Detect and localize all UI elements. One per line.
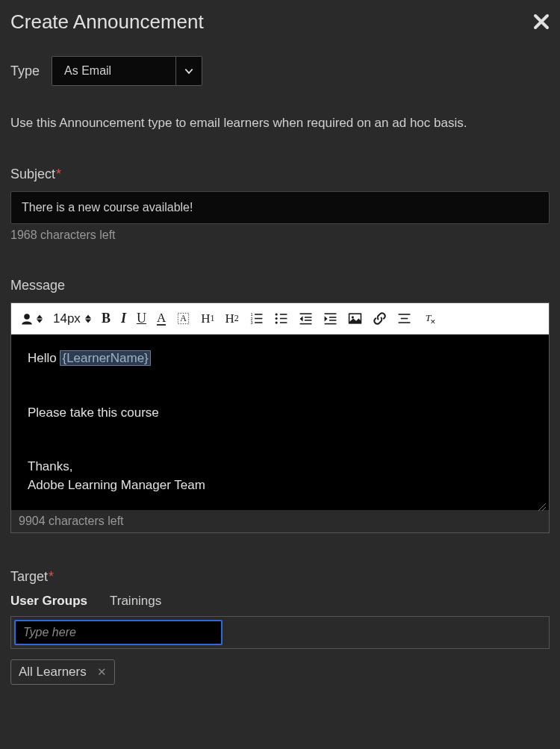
image-button[interactable] — [348, 311, 362, 326]
svg-point-24 — [352, 316, 354, 318]
chip-all-learners[interactable]: All Learners ✕ — [10, 659, 115, 685]
editor-text: Adobe Learning Manager Team — [28, 476, 532, 495]
tab-user-groups[interactable]: User Groups — [10, 594, 87, 609]
learner-name-token[interactable]: {LearnerName} — [60, 350, 150, 366]
underline-button[interactable]: U — [137, 311, 146, 326]
highlight-button[interactable]: A — [176, 311, 190, 326]
link-button[interactable] — [373, 311, 387, 326]
editor-text: Hello — [28, 351, 60, 365]
type-label: Type — [10, 63, 40, 79]
svg-text:✕: ✕ — [430, 318, 436, 326]
close-icon[interactable] — [533, 11, 550, 34]
target-input-container — [10, 616, 550, 649]
type-help-text: Use this Announcement type to email lear… — [10, 116, 550, 131]
tab-trainings[interactable]: Trainings — [110, 594, 161, 609]
message-label: Message — [10, 278, 550, 293]
chevron-down-icon — [175, 57, 202, 85]
heading2-button[interactable]: H2 — [225, 311, 238, 326]
svg-point-10 — [275, 317, 277, 320]
clear-format-button[interactable]: T✕ — [422, 311, 436, 326]
editor-text: Please take this course — [28, 404, 532, 423]
chip-remove-icon[interactable]: ✕ — [97, 665, 107, 679]
svg-line-30 — [538, 503, 546, 511]
outdent-button[interactable] — [299, 311, 313, 326]
font-size-select[interactable]: 14px — [53, 311, 91, 326]
subject-input[interactable] — [10, 191, 550, 224]
target-search-input[interactable] — [14, 620, 223, 645]
user-placeholder-button[interactable] — [20, 312, 43, 326]
editor-toolbar: 14px B I U A A H1 H2 123 — [11, 303, 549, 335]
svg-point-11 — [275, 321, 277, 323]
type-select[interactable]: As Email — [52, 56, 202, 86]
unordered-list-button[interactable] — [274, 311, 288, 326]
svg-point-0 — [24, 314, 30, 320]
resize-handle-icon[interactable] — [538, 499, 547, 508]
align-button[interactable] — [397, 311, 411, 326]
message-editor[interactable]: Hello {LearnerName} Please take this cou… — [11, 335, 549, 510]
indent-button[interactable] — [323, 311, 337, 326]
editor-text: Thanks, — [28, 458, 532, 476]
italic-button[interactable]: I — [121, 311, 126, 326]
heading1-button[interactable]: H1 — [201, 311, 214, 326]
bold-button[interactable]: B — [102, 311, 111, 326]
type-select-value: As Email — [52, 57, 175, 85]
subject-label: Subject* — [10, 167, 550, 182]
svg-text:A: A — [180, 313, 187, 323]
subject-char-counter: 1968 characters left — [10, 229, 550, 242]
svg-line-31 — [542, 507, 546, 511]
target-label: Target* — [10, 569, 550, 585]
svg-text:3: 3 — [250, 320, 252, 325]
text-color-button[interactable]: A — [157, 311, 166, 326]
ordered-list-button[interactable]: 123 — [249, 311, 264, 326]
modal-title: Create Announcement — [10, 10, 204, 34]
svg-point-9 — [275, 313, 277, 315]
message-char-counter: 9904 characters left — [14, 515, 546, 528]
